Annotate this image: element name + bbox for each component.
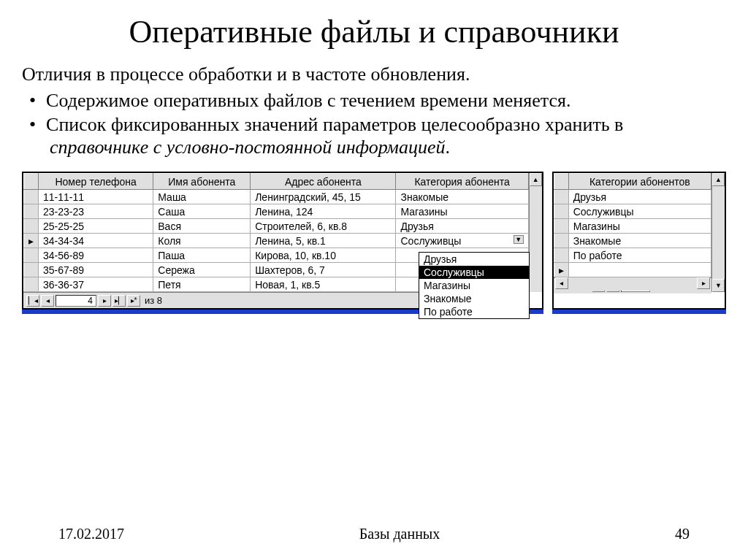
- table-row[interactable]: Магазины: [554, 219, 711, 234]
- table-row[interactable]: 25-25-25ВасяСтроителей, 6, кв.8Друзья: [24, 219, 529, 234]
- cell[interactable]: Коля: [153, 234, 251, 248]
- table-row[interactable]: 23-23-23СашаЛенина, 124Магазины: [24, 204, 529, 219]
- left-vertical-scrollbar[interactable]: ▲: [529, 173, 542, 292]
- scroll-down-icon-r[interactable]: ▼: [712, 279, 725, 292]
- col-address[interactable]: Адрес абонента: [251, 174, 396, 190]
- dropdown-option[interactable]: Друзья: [419, 253, 529, 266]
- footer-page: 49: [675, 526, 690, 542]
- cell[interactable]: 25-25-25: [39, 219, 153, 234]
- right-db-window: Категории абонентов ДрузьяСослуживцыМага…: [552, 172, 726, 310]
- cell[interactable]: 35-67-89: [39, 263, 153, 277]
- row-selector[interactable]: ▸: [554, 263, 568, 277]
- row-selector[interactable]: [24, 190, 39, 204]
- cell[interactable]: Саша: [153, 204, 251, 219]
- scroll-right-icon-r[interactable]: ▸: [697, 277, 710, 289]
- nav-next-button[interactable]: ▸: [98, 295, 111, 307]
- dropdown-option[interactable]: По работе: [419, 305, 529, 318]
- row-selector[interactable]: [24, 248, 39, 263]
- cell[interactable]: 36-36-37: [39, 277, 153, 292]
- dropdown-option[interactable]: Знакомые: [419, 292, 529, 305]
- cell[interactable]: Магазины: [568, 219, 711, 234]
- bullet-2: Список фиксированных значений параметров…: [29, 113, 726, 158]
- cell[interactable]: Знакомые: [568, 234, 711, 248]
- cell[interactable]: Магазины: [396, 204, 528, 219]
- cell[interactable]: По работе: [568, 248, 711, 263]
- col-phone[interactable]: Номер телефона: [39, 174, 153, 190]
- intro-text: Отличия в процессе обработки и в частоте…: [22, 63, 726, 85]
- cell[interactable]: Друзья: [568, 190, 711, 204]
- cell[interactable]: Вася: [153, 219, 251, 234]
- dropdown-option[interactable]: Магазины: [419, 279, 529, 292]
- category-dropdown[interactable]: ДрузьяСослуживцыМагазиныЗнакомыеПо работ…: [419, 252, 530, 319]
- scroll-up-icon[interactable]: ▲: [530, 173, 542, 186]
- cell[interactable]: Сослуживцы: [568, 204, 711, 219]
- table-row[interactable]: Сослуживцы: [554, 204, 711, 219]
- nav-prev-button[interactable]: ◂: [41, 295, 54, 307]
- dropdown-arrow-icon[interactable]: ▼: [514, 235, 524, 244]
- cell[interactable]: 34-56-89: [39, 248, 153, 263]
- cell[interactable]: Строителей, 6, кв.8: [251, 219, 396, 234]
- cell[interactable]: Шахтеров, 6, 7: [251, 263, 396, 277]
- table-row[interactable]: Знакомые: [554, 234, 711, 248]
- page-title: Оперативные файлы и справочники: [22, 15, 726, 50]
- cell[interactable]: Паша: [153, 248, 251, 263]
- bullet-list: Содержимое оперативных файлов с течением…: [22, 89, 726, 159]
- col-category[interactable]: Категория абонента: [396, 174, 528, 190]
- cell[interactable]: Ленинградский, 45, 15: [251, 190, 396, 204]
- table-row[interactable]: ▸34-34-34КоляЛенина, 5, кв.1Сослуживцы ▼: [24, 234, 529, 248]
- nav-position-input[interactable]: 4: [56, 295, 96, 307]
- col-categories[interactable]: Категории абонентов: [568, 174, 711, 190]
- table-row[interactable]: По работе: [554, 248, 711, 263]
- cell[interactable]: Сережа: [153, 263, 251, 277]
- col-name[interactable]: Имя абонента: [153, 174, 251, 190]
- nav-new-button[interactable]: ▸*: [127, 295, 140, 307]
- cell[interactable]: [568, 263, 711, 277]
- row-selector[interactable]: [24, 277, 39, 292]
- table-row[interactable]: 11-11-11МашаЛенинградский, 45, 15Знакомы…: [24, 190, 529, 204]
- left-db-window: Номер телефона Имя абонента Адрес абонен…: [22, 172, 543, 310]
- row-selector[interactable]: [24, 263, 39, 277]
- cell[interactable]: Кирова, 10, кв.10: [251, 248, 396, 263]
- bullet-1: Содержимое оперативных файлов с течением…: [29, 89, 726, 112]
- row-selector[interactable]: [24, 219, 39, 234]
- cell[interactable]: 23-23-23: [39, 204, 153, 219]
- row-selector[interactable]: [554, 190, 568, 204]
- cell[interactable]: Маша: [153, 190, 251, 204]
- cell[interactable]: Знакомые: [396, 190, 528, 204]
- cell[interactable]: Ленина, 124: [251, 204, 396, 219]
- row-selector[interactable]: [554, 248, 568, 263]
- footer-center: Базы данных: [359, 526, 440, 542]
- cell[interactable]: 34-34-34: [39, 234, 153, 248]
- nav-first-button[interactable]: ▏◂: [26, 295, 39, 307]
- cell[interactable]: Сослуживцы ▼: [396, 234, 528, 248]
- right-vertical-scrollbar[interactable]: ▲ ▼: [711, 173, 725, 292]
- row-selector[interactable]: [554, 204, 568, 219]
- footer-date: 17.02.2017: [58, 526, 124, 542]
- row-selector[interactable]: ▸: [24, 234, 39, 248]
- row-selector[interactable]: [24, 204, 39, 219]
- categories-table: Категории абонентов ДрузьяСослуживцыМага…: [554, 173, 711, 277]
- row-selector[interactable]: [554, 219, 568, 234]
- cell[interactable]: Ленина, 5, кв.1: [251, 234, 396, 248]
- corner-cell-right: [554, 174, 568, 190]
- nav-total-label: из 8: [145, 295, 162, 306]
- row-selector[interactable]: [554, 234, 568, 248]
- slide-footer: 17.02.2017 Базы данных 49: [0, 526, 748, 542]
- scroll-up-icon-r[interactable]: ▲: [712, 173, 725, 186]
- scroll-left-icon-r[interactable]: ◂: [555, 277, 568, 289]
- cell[interactable]: Друзья: [396, 219, 528, 234]
- table-row[interactable]: Друзья: [554, 190, 711, 204]
- cell[interactable]: Петя: [153, 277, 251, 292]
- nav-last-button[interactable]: ▸▏: [112, 295, 126, 307]
- cell[interactable]: 11-11-11: [39, 190, 153, 204]
- corner-cell: [24, 174, 39, 190]
- dropdown-option[interactable]: Сослуживцы: [419, 266, 529, 279]
- cell[interactable]: Новая, 1, кв.5: [251, 277, 396, 292]
